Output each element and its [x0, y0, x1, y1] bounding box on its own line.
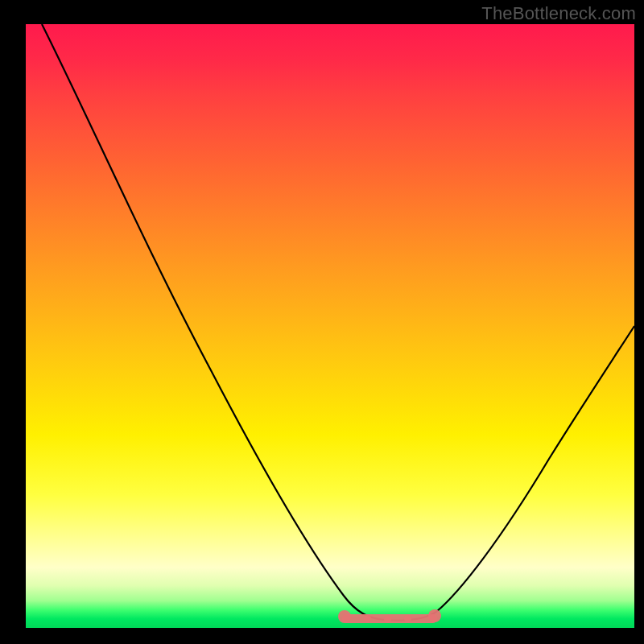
- bottleneck-curve: [26, 24, 634, 628]
- plot-area: [26, 24, 634, 628]
- curve-path: [42, 24, 634, 621]
- curve-min-marker-mid2: [384, 616, 391, 623]
- curve-min-marker-left: [338, 610, 351, 623]
- curve-min-marker-mid1: [364, 615, 371, 622]
- curve-min-marker-mid3: [404, 615, 411, 622]
- curve-min-marker-right: [428, 609, 441, 622]
- watermark-text: TheBottleneck.com: [481, 3, 636, 24]
